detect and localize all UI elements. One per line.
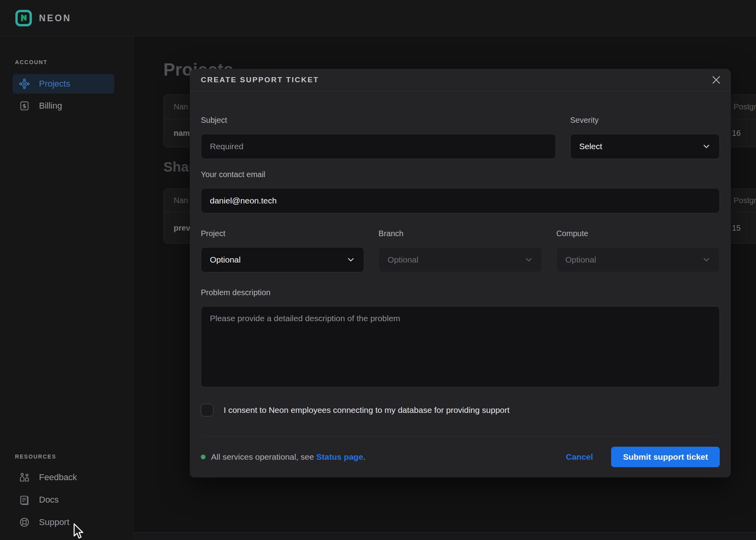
problem-description-textarea[interactable] — [201, 306, 720, 387]
sidebar-item-label: Billing — [39, 101, 62, 111]
cancel-button[interactable]: Cancel — [566, 452, 593, 462]
chevron-down-icon — [702, 255, 711, 264]
project-label: Project — [201, 228, 364, 239]
chevron-down-icon — [346, 255, 355, 264]
status-text: All services operational, see — [211, 452, 316, 461]
compute-value: Optional — [565, 255, 596, 264]
subject-input[interactable] — [201, 134, 556, 159]
project-name-cell: nam — [174, 129, 190, 138]
sidebar-item-clipped[interactable] — [13, 535, 114, 540]
postgres-version-cell: 16 — [732, 129, 741, 138]
postgres-version-cell: 15 — [732, 224, 741, 233]
brand-wordmark: NEON — [39, 13, 71, 24]
docs-icon — [19, 494, 30, 506]
name-column-header: Nan — [174, 196, 188, 205]
compute-select[interactable]: Optional — [556, 247, 720, 272]
sidebar-item-docs[interactable]: Docs — [13, 490, 114, 510]
postgres-column-header: Postgr — [734, 196, 756, 205]
branch-label: Branch — [378, 228, 542, 239]
branch-value: Optional — [387, 255, 418, 264]
project-select[interactable]: Optional — [201, 247, 364, 272]
close-icon[interactable] — [708, 72, 724, 88]
contact-email-label: Your contact email — [201, 169, 720, 179]
compute-label: Compute — [556, 228, 720, 239]
severity-select[interactable]: Select — [570, 134, 720, 159]
project-value: Optional — [210, 255, 241, 264]
account-section-label: ACCOUNT — [15, 59, 48, 65]
name-column-header: Nan — [174, 102, 188, 111]
modal-title: CREATE SUPPORT TICKET — [201, 76, 319, 84]
severity-label: Severity — [570, 115, 720, 125]
severity-value: Select — [579, 142, 602, 151]
sidebar-item-support[interactable]: Support — [13, 512, 114, 532]
consent-checkbox[interactable] — [201, 404, 213, 416]
chevron-down-icon — [524, 255, 533, 264]
project-name-cell: prev — [174, 224, 190, 233]
modal-body: Subject Severity Select Your contact ema… — [190, 91, 731, 436]
postgres-column-header: Postgr — [734, 102, 756, 111]
sidebar-item-feedback[interactable]: Feedback — [13, 468, 114, 487]
status-dot — [201, 455, 206, 459]
sidebar-item-projects[interactable]: Projects — [13, 74, 114, 94]
branch-select[interactable]: Optional — [378, 247, 542, 272]
create-support-ticket-modal: CREATE SUPPORT TICKET Subject Severity S… — [190, 69, 731, 477]
page-footer-bar — [134, 532, 756, 540]
sidebar-item-label: Support — [39, 517, 69, 527]
submit-support-ticket-button[interactable]: Submit support ticket — [611, 447, 720, 467]
chevron-down-icon — [702, 142, 711, 151]
status-text-suffix: . — [363, 452, 365, 461]
sidebar-item-label: Feedback — [39, 472, 77, 483]
contact-email-input[interactable] — [201, 188, 720, 213]
consent-label: I consent to Neon employees connecting t… — [224, 405, 510, 415]
modal-header: CREATE SUPPORT TICKET — [190, 69, 731, 91]
resources-section-label: RESOURCES — [15, 453, 56, 460]
projects-icon — [19, 78, 30, 90]
service-status: All services operational, see Status pag… — [201, 452, 365, 462]
sidebar: ACCOUNT Projects Billing RESOURCES — [0, 36, 134, 540]
modal-footer: All services operational, see Status pag… — [190, 436, 731, 477]
status-page-link[interactable]: Status page — [316, 452, 363, 461]
neon-logo-icon — [15, 9, 32, 27]
sidebar-item-billing[interactable]: Billing — [13, 96, 114, 116]
sidebar-item-label: Docs — [39, 495, 59, 505]
problem-description-label: Problem description — [201, 287, 720, 298]
subject-label: Subject — [201, 115, 556, 125]
support-icon — [19, 516, 30, 528]
billing-icon — [19, 100, 30, 112]
brand[interactable]: NEON — [15, 9, 71, 27]
topbar: NEON — [0, 0, 756, 36]
sidebar-item-label: Projects — [39, 79, 70, 89]
feedback-icon — [19, 472, 30, 483]
